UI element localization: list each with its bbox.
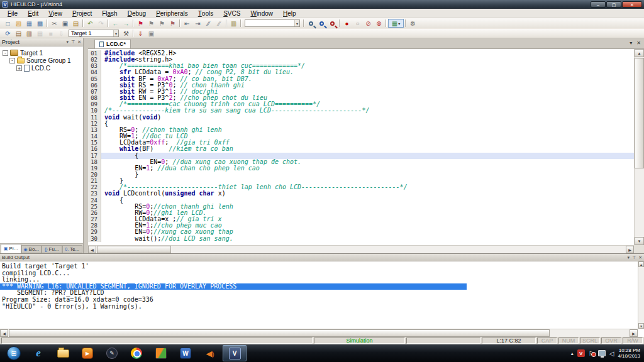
notification-flag-icon[interactable]: ⚐ bbox=[589, 350, 594, 357]
tree-expander-icon[interactable]: + bbox=[16, 65, 22, 71]
insert-breakpoint-icon[interactable]: ● bbox=[341, 19, 352, 28]
menu-flash[interactable]: Flash bbox=[97, 9, 122, 18]
enable-breakpoint-icon[interactable]: ○ bbox=[352, 19, 363, 28]
panel-pin-icon[interactable]: ⊤ bbox=[632, 255, 636, 260]
build-output-vertical-scrollbar[interactable]: ▲▼ bbox=[638, 261, 644, 329]
scroll-right-icon[interactable]: ▶ bbox=[630, 329, 638, 337]
cut-icon[interactable]: ✂ bbox=[49, 19, 60, 28]
build-icon[interactable]: ▤ bbox=[13, 29, 24, 38]
nav-forward-icon[interactable]: → bbox=[121, 19, 131, 28]
new-file-icon[interactable]: □ bbox=[3, 19, 13, 28]
document-list-dropdown-icon[interactable]: ▾ bbox=[630, 40, 632, 46]
indent-icon[interactable]: ⇥ bbox=[192, 19, 203, 28]
tree-item-target-1[interactable]: -Target 1 bbox=[0, 49, 83, 57]
clear-bookmarks-icon[interactable]: ⚑ bbox=[167, 19, 178, 28]
scroll-left-icon[interactable]: ◀ bbox=[88, 246, 96, 253]
tree-item-lcd-c[interactable]: +LCD.C bbox=[0, 64, 83, 72]
menu-edit[interactable]: Edit bbox=[23, 9, 43, 18]
taskbar-windows-explorer[interactable] bbox=[51, 345, 75, 361]
unindent-icon[interactable]: ⇤ bbox=[182, 19, 192, 28]
save-all-icon[interactable]: ▩ bbox=[35, 19, 45, 28]
taskbar-uvision[interactable]: V bbox=[223, 345, 247, 361]
scroll-up-icon[interactable]: ▲ bbox=[635, 49, 644, 57]
horizontal-scroll-thumb[interactable] bbox=[9, 329, 550, 337]
menu-tools[interactable]: Tools bbox=[193, 9, 218, 18]
panel-close-icon[interactable]: ✕ bbox=[638, 255, 642, 260]
taskbar-volume-app[interactable]: ◀ bbox=[198, 345, 222, 361]
undo-icon[interactable]: ↶ bbox=[85, 19, 96, 28]
code-area[interactable]: 01#include <REGX52.H>02#include<string.h… bbox=[88, 49, 634, 245]
toggle-bookmark-icon[interactable]: ⚑ bbox=[135, 19, 146, 28]
tree-expander-icon[interactable]: - bbox=[9, 58, 15, 63]
taskbar-notes-app[interactable]: ✎ bbox=[100, 345, 124, 361]
antivirus-icon[interactable]: V bbox=[577, 349, 585, 357]
configure-tools-icon[interactable]: ⚙ bbox=[408, 19, 418, 28]
save-icon[interactable]: ▦ bbox=[24, 19, 35, 28]
project-tab[interactable]: ▣Pr... bbox=[1, 244, 21, 253]
menu-file[interactable]: File bbox=[3, 9, 23, 18]
menu-view[interactable]: View bbox=[43, 9, 67, 18]
scroll-down-icon[interactable]: ▼ bbox=[638, 323, 644, 329]
scroll-right-icon[interactable]: ▶ bbox=[626, 246, 634, 253]
taskbar-chrome[interactable] bbox=[125, 345, 148, 361]
network-icon[interactable] bbox=[598, 350, 606, 356]
configure-dictionary-icon[interactable]: ▥ bbox=[228, 19, 239, 28]
nav-back-icon[interactable]: ← bbox=[110, 19, 121, 28]
search-dropdown-icon[interactable]: ▾ bbox=[294, 20, 299, 26]
close-document-icon[interactable]: ✕ bbox=[636, 40, 641, 46]
rebuild-icon[interactable]: ▥ bbox=[24, 29, 35, 38]
tree-expander-icon[interactable]: - bbox=[3, 50, 8, 56]
menu-project[interactable]: Project bbox=[67, 9, 97, 18]
close-button[interactable]: ✕ bbox=[622, 1, 642, 8]
panel-close-icon[interactable]: ✕ bbox=[77, 40, 81, 45]
editor-horizontal-scrollbar[interactable]: ◀▶ bbox=[88, 245, 634, 253]
search-combobox[interactable]: ▾ bbox=[245, 19, 300, 27]
taskbar-media-player[interactable]: ▶ bbox=[75, 345, 99, 361]
menu-peripherals[interactable]: Peripherals bbox=[151, 9, 193, 18]
tree-item-source-group-1[interactable]: -Source Group 1 bbox=[0, 57, 83, 64]
menu-window[interactable]: Window bbox=[245, 9, 278, 18]
build-output-horizontal-scrollbar[interactable]: ◀▶ bbox=[0, 329, 638, 337]
taskbar-word[interactable]: W bbox=[174, 345, 197, 361]
horizontal-scroll-thumb[interactable] bbox=[97, 246, 171, 253]
next-bookmark-icon[interactable]: ⚑ bbox=[157, 19, 167, 28]
target-dropdown-icon[interactable]: ▾ bbox=[113, 30, 118, 36]
tray-volume-icon[interactable]: ◁ bbox=[609, 350, 614, 357]
target-select-combobox[interactable]: Target 1▾ bbox=[69, 30, 119, 37]
editor-vertical-scrollbar[interactable]: ▲▼ bbox=[634, 49, 644, 245]
disable-all-breakpoints-icon[interactable]: ⊘ bbox=[363, 19, 374, 28]
taskbar-internet-explorer[interactable]: e bbox=[26, 345, 50, 361]
scroll-up-icon[interactable]: ▲ bbox=[638, 261, 644, 267]
find-next-icon[interactable] bbox=[327, 19, 338, 28]
paste-icon[interactable]: ▤ bbox=[70, 19, 81, 28]
target-options-icon[interactable]: ⚒ bbox=[121, 29, 131, 38]
build-output-content[interactable]: Build target 'Target 1'compiling LCD.C..… bbox=[0, 261, 638, 329]
uncomment-icon[interactable]: ∕∕ bbox=[214, 19, 225, 28]
menu-debug[interactable]: Debug bbox=[123, 9, 151, 18]
menu-help[interactable]: Help bbox=[278, 9, 301, 18]
panel-dropdown-icon[interactable]: ▾ bbox=[628, 255, 630, 260]
kill-all-breakpoints-icon[interactable]: ⊗ bbox=[374, 19, 384, 28]
editor-tab-lcdc[interactable]: LCD.C* bbox=[94, 39, 131, 48]
vertical-scroll-thumb[interactable] bbox=[635, 58, 644, 168]
translate-icon[interactable]: ⟳ bbox=[3, 29, 13, 38]
menu-svcs[interactable]: SVCS bbox=[218, 9, 245, 18]
comment-icon[interactable]: ∕∕ bbox=[203, 19, 214, 28]
minimize-button[interactable]: – bbox=[591, 1, 606, 8]
open-file-icon[interactable]: ▧ bbox=[13, 19, 24, 28]
find-icon[interactable] bbox=[316, 19, 327, 28]
copy-icon[interactable]: ▣ bbox=[60, 19, 70, 28]
flash-download-icon[interactable]: ⇓ bbox=[135, 29, 146, 38]
windows-layout-icon[interactable]: ▣ bbox=[146, 29, 157, 38]
templates-tab[interactable]: 0.Te... bbox=[62, 245, 83, 253]
maximize-button[interactable]: ▢ bbox=[606, 1, 621, 8]
functions-tab[interactable]: {}Fu... bbox=[42, 245, 62, 253]
taskbar-orange-green-app[interactable] bbox=[149, 345, 173, 361]
prev-bookmark-icon[interactable]: ⚑ bbox=[146, 19, 157, 28]
scroll-left-icon[interactable]: ◀ bbox=[0, 329, 8, 337]
scroll-down-icon[interactable]: ▼ bbox=[635, 237, 644, 245]
taskbar-start-button[interactable]: ⊞ bbox=[2, 345, 26, 361]
taskbar-clock[interactable]: 10:28 PM4/10/2013 bbox=[618, 348, 640, 359]
find-in-files-icon[interactable] bbox=[306, 19, 316, 28]
hidden-icons-arrow[interactable]: ▴ bbox=[571, 351, 574, 356]
